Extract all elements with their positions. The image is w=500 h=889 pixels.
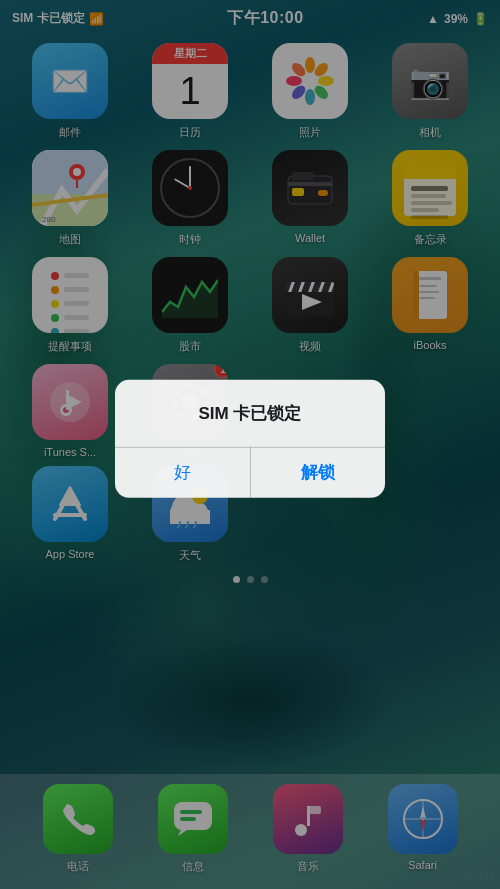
dialog-title: SIM 卡已锁定 [115,379,385,432]
sim-dialog: SIM 卡已锁定 好 解锁 [115,379,385,498]
dialog-ok-button[interactable]: 好 [115,447,251,498]
dialog-buttons: 好 解锁 [115,447,385,498]
dialog-unlock-button[interactable]: 解锁 [251,447,386,498]
